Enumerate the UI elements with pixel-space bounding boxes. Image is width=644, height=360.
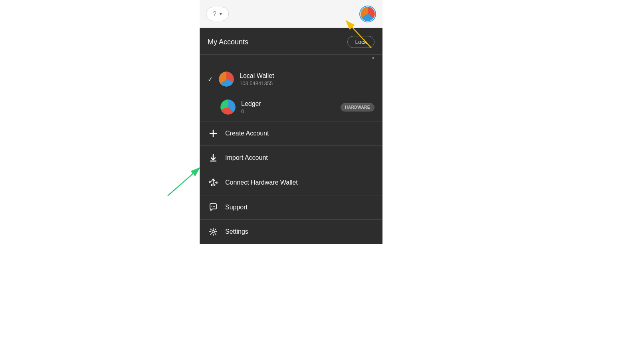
- svg-point-10: [212, 206, 212, 207]
- account-info-local: Local Wallet 103.54841355: [240, 72, 375, 86]
- svg-point-13: [212, 231, 214, 233]
- import-account-item[interactable]: Import Account: [200, 146, 382, 170]
- account-name-local: Local Wallet: [240, 72, 375, 80]
- lock-button[interactable]: Lock: [347, 36, 375, 48]
- svg-line-18: [168, 168, 200, 196]
- network-icon: ?: [213, 10, 216, 18]
- svg-rect-5: [211, 184, 215, 186]
- hardware-badge: HARDWARE: [341, 103, 375, 111]
- chevron-down-icon: ▾: [220, 11, 222, 17]
- main-panel: My Accounts Lock • ✓ Local Wallet 103.54…: [200, 28, 382, 244]
- usb-icon: [208, 178, 219, 187]
- svg-point-12: [214, 206, 215, 207]
- account-info-ledger: Ledger 0: [241, 100, 341, 114]
- settings-item[interactable]: Settings: [200, 220, 382, 244]
- account-avatar-button[interactable]: [359, 6, 376, 22]
- support-item[interactable]: Support: [200, 195, 382, 220]
- settings-label: Settings: [225, 228, 248, 235]
- create-account-label: Create Account: [225, 130, 269, 137]
- account-balance-ledger: 0: [241, 108, 341, 114]
- panel-header: My Accounts Lock: [200, 28, 382, 55]
- action-list: Create Account Import Account: [200, 121, 382, 244]
- fox-avatar-icon: [361, 7, 375, 21]
- account-item-local-wallet[interactable]: ✓ Local Wallet 103.54841355: [200, 65, 382, 93]
- account-item-ledger[interactable]: Ledger 0 HARDWARE: [200, 93, 382, 121]
- ledger-avatar-icon: [220, 99, 236, 115]
- plus-icon: [208, 129, 219, 137]
- metamask-avatar-icon: [219, 72, 234, 87]
- import-account-label: Import Account: [225, 154, 268, 161]
- gear-icon: [208, 228, 219, 236]
- svg-point-11: [213, 206, 214, 207]
- account-list: ✓ Local Wallet 103.54841355 Ledger 0: [200, 65, 382, 121]
- account-balance-local: 103.54841355: [240, 80, 375, 86]
- local-wallet-avatar: [219, 72, 234, 87]
- top-bar: ? ▾: [200, 0, 382, 28]
- avatar-circle: [361, 7, 375, 21]
- support-label: Support: [225, 204, 248, 211]
- network-selector[interactable]: ? ▾: [206, 7, 229, 21]
- ledger-avatar: [220, 99, 236, 115]
- three-dots-menu[interactable]: •: [200, 55, 382, 65]
- create-account-item[interactable]: Create Account: [200, 121, 382, 146]
- connect-hardware-wallet-label: Connect Hardware Wallet: [225, 179, 298, 186]
- panel-title: My Accounts: [208, 38, 248, 46]
- popup-container: ? ▾ My Accounts Lock • ✓ Local Wal: [200, 0, 382, 244]
- download-icon: [208, 154, 219, 162]
- connect-hardware-wallet-item[interactable]: Connect Hardware Wallet: [200, 170, 382, 195]
- chat-icon: [208, 203, 219, 211]
- selected-check-icon: ✓: [208, 76, 214, 83]
- account-name-ledger: Ledger: [241, 100, 341, 107]
